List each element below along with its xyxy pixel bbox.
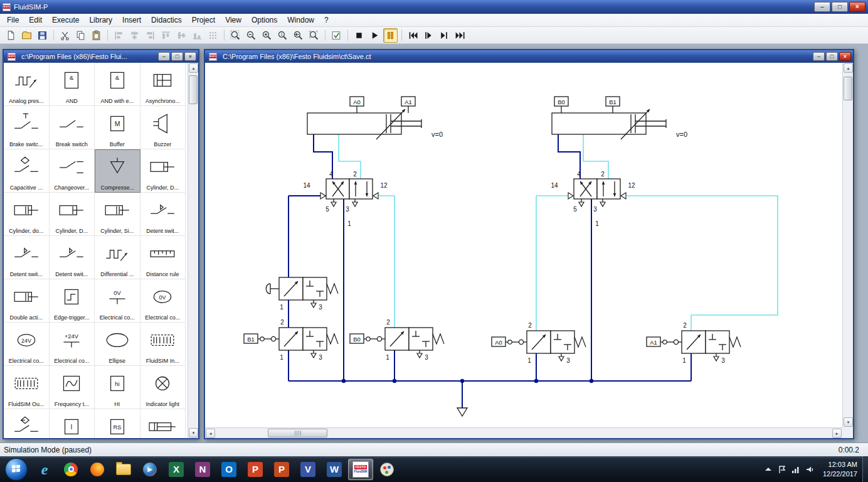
toolbar-start-button[interactable] bbox=[368, 28, 382, 43]
library-item-indicator-light[interactable]: Indicator light bbox=[140, 366, 186, 409]
library-item-capacitive[interactable]: Capacitive ... bbox=[4, 149, 50, 193]
library-item-linear-drive[interactable]: Linear Drive... bbox=[140, 409, 186, 438]
library-item-changeover[interactable]: Changeover... bbox=[50, 149, 95, 193]
library-item-cylinder-si[interactable]: Cylinder, Si... bbox=[95, 193, 140, 236]
taskbar-fluidsim-button[interactable]: FESTOFluidSIM bbox=[348, 459, 373, 480]
library-item-elec-conn-24v[interactable]: 24VElectrical co... bbox=[4, 323, 50, 366]
taskbar-onenote-button[interactable]: N bbox=[190, 459, 215, 480]
taskbar-word-button[interactable]: W bbox=[322, 459, 347, 480]
menu-item-edit[interactable]: Edit bbox=[24, 14, 47, 26]
tray-network-icon[interactable] bbox=[791, 465, 800, 474]
cylinder-a[interactable]: A0A1v=0 bbox=[307, 97, 443, 139]
valve-b0[interactable]: B0213 bbox=[350, 319, 444, 361]
library-item-elec-conn-24v-2[interactable]: +24VElectrical co... bbox=[50, 323, 95, 366]
valve-52-b[interactable]: 421412531 bbox=[551, 171, 635, 227]
library-minimize-button[interactable]: – bbox=[158, 52, 170, 61]
library-item-cylinder-d1[interactable]: Cylinder, D... bbox=[140, 149, 186, 193]
valve-a0[interactable]: A0213 bbox=[492, 322, 586, 364]
menu-item-view[interactable]: View bbox=[220, 14, 246, 26]
toolbar-cut-button[interactable] bbox=[58, 28, 72, 43]
library-item-latching-relay[interactable]: RSLatching relay bbox=[95, 409, 140, 438]
toolbar-align-right-button[interactable] bbox=[143, 28, 157, 43]
scroll-up-arrow[interactable]: ▲ bbox=[844, 63, 853, 73]
valve-b1[interactable]: B1213 bbox=[244, 319, 338, 361]
scroll-down-arrow[interactable]: ▼ bbox=[189, 428, 198, 437]
taskbar-visio-button[interactable]: V bbox=[295, 459, 320, 480]
tray-volume-icon[interactable] bbox=[805, 465, 814, 474]
library-item-and[interactable]: &AND bbox=[50, 63, 95, 106]
menu-item-options[interactable]: Options bbox=[246, 14, 282, 26]
tray-hidden-icons-icon[interactable] bbox=[764, 465, 773, 474]
toolbar-to-end-button[interactable] bbox=[453, 28, 467, 43]
library-item-ellipse[interactable]: Ellipse bbox=[95, 323, 140, 366]
toolbar-save-button[interactable] bbox=[35, 28, 50, 43]
library-item-cylinder-do[interactable]: Cylinder, do... bbox=[4, 193, 50, 236]
library-item-edge-trigger[interactable]: Edge-trigger... bbox=[50, 279, 95, 323]
library-item-break-switch[interactable]: Break switch bbox=[50, 106, 95, 149]
toolbar-check-circuit-button[interactable] bbox=[329, 28, 344, 43]
circuit-minimize-button[interactable]: – bbox=[813, 52, 825, 61]
circuit-maximize-button[interactable]: □ bbox=[826, 52, 838, 61]
toolbar-align-left-button[interactable] bbox=[112, 28, 126, 43]
cylinder-b[interactable]: B0B1v=0 bbox=[552, 97, 687, 139]
library-item-detent-2[interactable]: Detent swit... bbox=[4, 236, 50, 279]
taskbar-clock[interactable]: 12:03 AM 12/22/2017 bbox=[819, 460, 861, 478]
menu-item-execute[interactable]: Execute bbox=[47, 14, 84, 26]
library-item-compressed-air-supply[interactable]: Compresse... bbox=[95, 149, 140, 193]
taskbar-internet-explorer-button[interactable]: e bbox=[32, 459, 57, 480]
taskbar-paint-button[interactable] bbox=[374, 459, 400, 480]
toolbar-reset-button[interactable] bbox=[406, 28, 420, 43]
menu-item-file[interactable]: File bbox=[2, 14, 24, 26]
menu-item-project[interactable]: Project bbox=[187, 14, 220, 26]
tray-action-center-icon[interactable] bbox=[778, 465, 786, 474]
menu-item-library[interactable]: Library bbox=[84, 14, 117, 26]
library-item-distance-rule[interactable]: Distance rule bbox=[140, 236, 186, 279]
toolbar-paste-button[interactable] bbox=[89, 28, 103, 43]
scroll-right-arrow[interactable]: ► bbox=[832, 429, 842, 438]
circuit-hscroll-thumb[interactable] bbox=[268, 429, 327, 437]
toolbar-pause-button[interactable] bbox=[383, 28, 398, 43]
toolbar-zoom-window-button[interactable] bbox=[228, 28, 243, 43]
scroll-down-arrow[interactable]: ▼ bbox=[844, 417, 853, 427]
library-item-input[interactable]: IInput bbox=[50, 409, 95, 438]
library-close-button[interactable]: × bbox=[184, 52, 196, 61]
start-button[interactable] bbox=[5, 458, 28, 481]
toolbar-next-state-button[interactable] bbox=[437, 28, 452, 43]
toolbar-single-step-button[interactable] bbox=[421, 28, 436, 43]
taskbar-powerpoint-button[interactable]: P bbox=[243, 459, 268, 480]
taskbar-outlook-button[interactable]: O bbox=[216, 459, 241, 480]
taskbar-windows-explorer-button[interactable] bbox=[111, 459, 136, 480]
toolbar-new-button[interactable] bbox=[4, 28, 18, 43]
circuit-canvas[interactable]: A0A1v=0B0B1v=042141253142141253113B1213B… bbox=[205, 63, 842, 427]
toolbar-zoom-previous-button[interactable] bbox=[291, 28, 305, 43]
toolbar-align-bottom-button[interactable] bbox=[190, 28, 204, 43]
taskbar-chrome-button[interactable] bbox=[58, 459, 83, 480]
library-item-elec-conn-0v[interactable]: 0VElectrical co... bbox=[95, 279, 140, 323]
scroll-up-arrow[interactable]: ▲ bbox=[189, 63, 198, 73]
show-desktop-button[interactable] bbox=[862, 456, 868, 482]
menu-item-window[interactable]: Window bbox=[282, 14, 319, 26]
taskbar-media-player-button[interactable]: ▶ bbox=[137, 459, 162, 480]
compressed-air-supply[interactable] bbox=[457, 408, 467, 416]
library-item-differential[interactable]: Differential ... bbox=[95, 236, 140, 279]
library-item-elec-conn-0v-2[interactable]: 0VElectrical co... bbox=[140, 279, 186, 323]
library-item-fluidsim-in[interactable]: FluidSIM In... bbox=[140, 323, 186, 366]
toolbar-open-button[interactable] bbox=[19, 28, 34, 43]
valve-start-button[interactable]: 13 bbox=[266, 277, 338, 311]
library-item-buffer[interactable]: MBuffer bbox=[95, 106, 140, 149]
menu-item-help[interactable]: ? bbox=[319, 14, 334, 26]
library-item-hi[interactable]: hiHI bbox=[95, 366, 140, 409]
library-item-fluidsim-out[interactable]: FluidSIM Ou... bbox=[4, 366, 50, 409]
toolbar-zoom-in-button[interactable] bbox=[260, 28, 274, 43]
scroll-left-arrow[interactable]: ◄ bbox=[206, 429, 215, 438]
library-item-detent-3[interactable]: Detent swit... bbox=[50, 236, 95, 279]
toolbar-zoom-full-button[interactable]: 1 bbox=[275, 28, 290, 43]
menu-item-insert[interactable]: Insert bbox=[117, 14, 146, 26]
library-scrollbar[interactable]: ▲ ▼ bbox=[188, 63, 198, 438]
circuit-close-button[interactable]: × bbox=[839, 52, 851, 61]
library-item-analog-pres[interactable]: Analog pres... bbox=[4, 63, 50, 106]
library-scroll-thumb[interactable] bbox=[189, 75, 198, 104]
valve-a1[interactable]: A1213 bbox=[647, 322, 741, 364]
library-item-detent-1[interactable]: Detent swit... bbox=[140, 193, 186, 236]
circuit-hscrollbar[interactable]: ◄ ► bbox=[205, 427, 842, 438]
